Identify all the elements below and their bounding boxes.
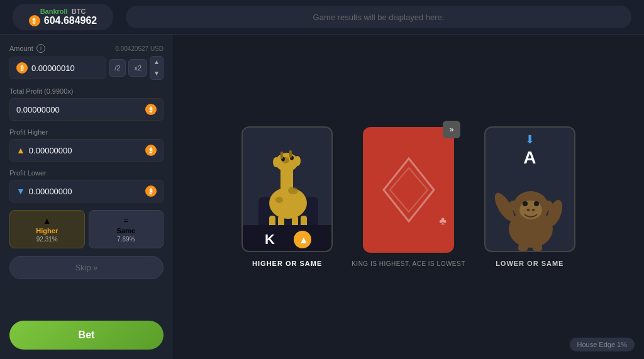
stepper-down[interactable]: ▼ bbox=[150, 68, 163, 79]
bankroll-value: ₿ 604.684962 bbox=[29, 15, 97, 26]
svg-point-16 bbox=[273, 157, 279, 167]
higher-or-same-section: K ▲ HIGHER OR SAME bbox=[242, 126, 333, 267]
higher-or-same-card[interactable]: K ▲ bbox=[242, 126, 333, 252]
total-profit-label: Total Profit (0.9900x) bbox=[9, 87, 164, 95]
card-hint-button[interactable]: » bbox=[443, 121, 460, 138]
suit-club-icon: ♣ bbox=[439, 214, 447, 228]
skip-label: Skip bbox=[75, 263, 91, 272]
results-placeholder-text: Game results will be displayed here. bbox=[313, 13, 445, 22]
profit-lower-label: Profit Lower bbox=[9, 169, 164, 177]
gorilla-svg bbox=[486, 160, 575, 251]
results-bar: Game results will be displayed here. bbox=[126, 6, 631, 28]
lower-arrow-icon: ▼ bbox=[16, 186, 25, 196]
amount-row: ₿ 0.00000010 /2 x2 ▲ ▼ bbox=[9, 56, 164, 80]
skip-button[interactable]: Skip » bbox=[9, 256, 164, 279]
total-profit-label-text: Total Profit (0.9900x) bbox=[9, 87, 74, 95]
profit-lower-value: 0.00000000 bbox=[29, 187, 142, 196]
svg-point-34 bbox=[531, 209, 535, 211]
card-description: KING IS HIGHEST, ACE IS LOWEST bbox=[352, 260, 465, 267]
total-profit-value: 0.00000000 bbox=[16, 105, 142, 114]
bankroll-currency: BTC bbox=[72, 8, 86, 15]
amount-stepper[interactable]: ▲ ▼ bbox=[150, 56, 164, 80]
bankroll-text: Bankroll bbox=[40, 8, 68, 15]
amount-label: Amount i 0.00420527 USD bbox=[9, 44, 164, 53]
same-bet-button[interactable]: = Same 7.69% bbox=[89, 210, 164, 248]
lower-or-same-label[interactable]: LOWER OR SAME bbox=[496, 260, 564, 267]
amount-btc-icon: ₿ bbox=[16, 62, 28, 74]
total-profit-btc-icon: ₿ bbox=[145, 104, 157, 115]
current-card-section: » ♣ KING IS HIGHEST, ACE IS LOWEST bbox=[352, 127, 465, 267]
svg-rect-22 bbox=[243, 225, 333, 252]
profit-lower-field: Profit Lower ▼ 0.00000000 ₿ bbox=[9, 169, 164, 202]
total-profit-input: 0.00000000 ₿ bbox=[9, 98, 164, 121]
profit-lower-input: ▼ 0.00000000 ₿ bbox=[9, 180, 164, 202]
usd-label: 0.00420527 USD bbox=[115, 45, 164, 52]
svg-point-32 bbox=[534, 201, 539, 206]
btc-coin-icon: ₿ bbox=[29, 15, 40, 26]
higher-bet-icon: ▲ bbox=[43, 216, 52, 226]
svg-rect-15 bbox=[289, 150, 292, 158]
svg-point-17 bbox=[294, 156, 301, 166]
lower-or-same-card[interactable]: ⬇ A bbox=[484, 126, 575, 252]
lower-or-same-section: ⬇ A bbox=[484, 126, 575, 267]
profit-higher-field: Profit Higher ▲ 0.00000000 ₿ bbox=[9, 128, 164, 162]
amount-value: 0.00000010 bbox=[31, 64, 75, 73]
profit-lower-label-text: Profit Lower bbox=[9, 169, 47, 177]
profit-higher-label-text: Profit Higher bbox=[9, 128, 48, 136]
same-bet-icon: = bbox=[123, 216, 128, 226]
current-card: » ♣ bbox=[363, 127, 454, 253]
svg-point-38 bbox=[544, 201, 553, 211]
bet-choice-buttons: ▲ Higher 92.31% = Same 7.69% bbox=[9, 210, 164, 248]
left-panel: Amount i 0.00420527 USD ₿ 0.00000010 /2 … bbox=[0, 35, 173, 359]
bankroll-amount: 604.684962 bbox=[44, 15, 97, 26]
svg-text:▲: ▲ bbox=[299, 235, 309, 245]
stepper-up[interactable]: ▲ bbox=[150, 57, 163, 68]
bankroll-section: Bankroll BTC ₿ 604.684962 bbox=[13, 4, 113, 30]
profit-higher-input: ▲ 0.00000000 ₿ bbox=[9, 139, 164, 162]
amount-label-text: Amount bbox=[9, 45, 33, 52]
diamond-svg bbox=[380, 155, 437, 224]
half-button[interactable]: /2 bbox=[109, 59, 126, 77]
game-area: K ▲ HIGHER OR SAME » ♣ bbox=[173, 35, 644, 359]
down-arrow-icon: ⬇ bbox=[525, 133, 535, 146]
card-description-text: KING IS HIGHEST, ACE IS LOWEST bbox=[352, 260, 465, 267]
giraffe-svg: K ▲ bbox=[243, 128, 333, 252]
amount-field: Amount i 0.00420527 USD ₿ 0.00000010 /2 … bbox=[9, 44, 164, 80]
svg-rect-40 bbox=[533, 245, 542, 251]
higher-bet-button[interactable]: ▲ Higher 92.31% bbox=[9, 210, 85, 248]
higher-or-same-label[interactable]: HIGHER OR SAME bbox=[252, 260, 322, 267]
house-edge: House Edge 1% bbox=[570, 338, 635, 351]
same-bet-pct: 7.69% bbox=[117, 236, 135, 243]
bet-button[interactable]: Bet bbox=[9, 321, 164, 350]
svg-point-10 bbox=[288, 187, 298, 194]
higher-bet-pct: 92.31% bbox=[36, 236, 58, 243]
double-button[interactable]: x2 bbox=[128, 59, 147, 77]
bankroll-label: Bankroll BTC bbox=[40, 8, 86, 15]
svg-point-33 bbox=[526, 209, 530, 211]
cards-row: K ▲ HIGHER OR SAME » ♣ bbox=[229, 114, 588, 280]
svg-rect-14 bbox=[280, 152, 283, 159]
profit-higher-label: Profit Higher bbox=[9, 128, 164, 136]
svg-point-11 bbox=[275, 197, 283, 203]
higher-bet-label: Higher bbox=[36, 227, 58, 235]
svg-text:K: K bbox=[265, 231, 275, 247]
profit-higher-btc-icon: ₿ bbox=[145, 145, 157, 156]
profit-higher-value: 0.00000000 bbox=[29, 146, 142, 155]
house-edge-text: House Edge 1% bbox=[577, 341, 628, 348]
bet-label: Bet bbox=[79, 329, 95, 340]
same-bet-label: Same bbox=[117, 227, 135, 235]
skip-chevron-icon: » bbox=[93, 263, 97, 272]
profit-lower-btc-icon: ₿ bbox=[145, 185, 157, 197]
higher-arrow-icon: ▲ bbox=[16, 145, 25, 155]
svg-point-37 bbox=[509, 201, 518, 211]
header: Bankroll BTC ₿ 604.684962 Game results w… bbox=[0, 0, 644, 35]
svg-point-31 bbox=[523, 201, 528, 206]
info-icon[interactable]: i bbox=[36, 44, 45, 53]
card-hint-icon: » bbox=[450, 125, 454, 134]
total-profit-field: Total Profit (0.9900x) 0.00000000 ₿ bbox=[9, 87, 164, 121]
amount-input[interactable]: ₿ 0.00000010 bbox=[9, 57, 106, 79]
svg-rect-39 bbox=[518, 245, 528, 251]
